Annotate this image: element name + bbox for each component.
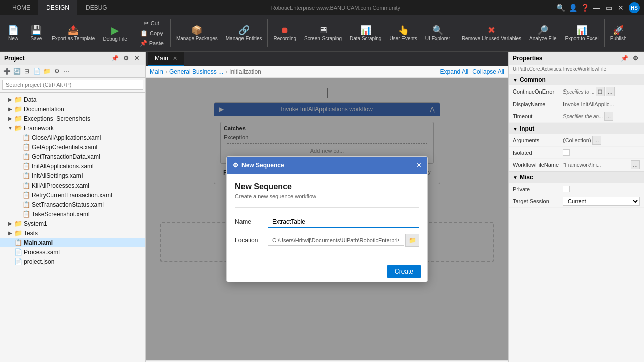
prop-wf-label: WorkflowFileName xyxy=(513,162,563,168)
collapse-all-btn[interactable]: Collapse All xyxy=(472,68,504,75)
prop-arguments-value: (Collection) … xyxy=(563,136,640,145)
tree-refresh-btn[interactable]: 🔄 xyxy=(12,67,21,76)
tree-item-closeall[interactable]: 📋 CloseAllApplications.xaml xyxy=(0,133,145,142)
exc-label: Exceptions_Screenshots xyxy=(24,115,90,122)
prop-isolated-checkbox[interactable] xyxy=(563,149,570,156)
expand-fw-icon[interactable]: ▼ xyxy=(6,125,14,131)
restore-btn[interactable]: ▭ xyxy=(605,4,613,12)
canvas-tab-main[interactable]: Main ✕ xyxy=(148,52,184,66)
properties-settings-btn[interactable]: ⚙ xyxy=(631,54,640,63)
analyze-file-button[interactable]: 🔎 Analyze File xyxy=(526,17,560,49)
tree-item-system1[interactable]: ▶ 📁 System1 xyxy=(0,219,145,228)
manage-entities-button[interactable]: 🔗 Manage Entities xyxy=(222,17,266,49)
expand-tests-icon[interactable]: ▶ xyxy=(6,230,14,236)
screen-scraping-button[interactable]: 🖥 Screen Scraping xyxy=(301,17,345,49)
help-btn[interactable]: ❓ xyxy=(581,4,589,12)
modal-location-input[interactable] xyxy=(268,235,404,246)
cut-button[interactable]: ✂ Cut xyxy=(137,18,166,28)
prop-section-common-header[interactable]: ▼ Common xyxy=(509,74,644,85)
search-btn[interactable]: 🔍 xyxy=(556,4,565,12)
modal-title-text: New Sequence xyxy=(242,162,284,169)
prop-display-text: Invoke InitAllApplic... xyxy=(563,101,614,107)
new-button[interactable]: 📄 New xyxy=(2,17,24,49)
modal-name-input[interactable] xyxy=(268,216,419,228)
tree-item-process[interactable]: 📄 Process.xaml xyxy=(0,247,145,257)
panel-pin-btn[interactable]: 📌 xyxy=(110,54,119,63)
search-input[interactable] xyxy=(2,80,143,90)
publish-button[interactable]: 🚀 Publish xyxy=(607,17,630,49)
save-button[interactable]: 💾 Save xyxy=(25,17,47,49)
expand-doc-icon[interactable]: ▶ xyxy=(6,106,14,112)
modal-browse-btn[interactable]: 📁 xyxy=(405,234,419,247)
prop-private-checkbox[interactable] xyxy=(563,186,570,192)
new-sequence-modal: ⚙ New Sequence × New Sequence Create a n… xyxy=(226,156,428,282)
save-icon: 💾 xyxy=(31,26,42,35)
home-tab[interactable]: HOME xyxy=(4,0,38,15)
debug-button[interactable]: ▶ Debug File xyxy=(99,17,130,49)
expand-all-btn[interactable]: Expand All xyxy=(440,68,469,75)
tree-folder-btn[interactable]: 📁 xyxy=(42,67,51,76)
prop-private-value xyxy=(563,186,640,192)
input-expand-icon: ▼ xyxy=(513,126,518,132)
tree-file-btn[interactable]: 📄 xyxy=(32,67,41,76)
tree-item-data[interactable]: ▶ 📁 Data xyxy=(0,95,145,104)
tree-item-retrytrans[interactable]: 📋 RetryCurrentTransaction.xaml xyxy=(0,190,145,200)
copy-button[interactable]: 📋 Copy xyxy=(137,28,166,38)
export-excel-button[interactable]: 📊 Export to Excel xyxy=(561,17,602,49)
user-events-button[interactable]: 👆 User Events xyxy=(386,17,420,49)
expand-data-icon[interactable]: ▶ xyxy=(6,97,14,102)
prop-continue-checkbox-btn[interactable]: ☐ xyxy=(596,87,605,96)
prop-section-misc-header[interactable]: ▼ Misc xyxy=(509,172,644,183)
breadcrumb-main[interactable]: Main xyxy=(150,68,163,75)
debug-tab[interactable]: DEBUG xyxy=(77,0,115,15)
prop-target-select[interactable]: Current xyxy=(563,197,640,206)
minimize-btn[interactable]: — xyxy=(593,4,601,12)
panel-settings-btn[interactable]: ⚙ xyxy=(121,54,130,63)
tree-item-getappcred[interactable]: 📋 GetAppCredentials.xaml xyxy=(0,142,145,152)
input-section-label: Input xyxy=(520,125,534,132)
tree-more-btn[interactable]: ⋯ xyxy=(62,67,71,76)
tree-item-killall[interactable]: 📋 KillAllProcesses.xaml xyxy=(0,180,145,190)
tree-item-framework[interactable]: ▼ 📂 Framework xyxy=(0,123,145,133)
tree-item-projectjson[interactable]: 📄 project.json xyxy=(0,257,145,266)
analyze-file-icon: 🔎 xyxy=(537,26,548,35)
data-scraping-button[interactable]: 📊 Data Scraping xyxy=(346,17,385,49)
properties-collapse-btn[interactable]: 📌 xyxy=(620,54,629,63)
tree-item-initsettings[interactable]: 📋 InitAllSettings.xaml xyxy=(0,171,145,180)
ui-explorer-button[interactable]: 🔍 UI Explorer xyxy=(422,17,454,49)
tree-item-settrans[interactable]: 📋 SetTransactionStatus.xaml xyxy=(0,200,145,209)
tree-settings-btn[interactable]: ⚙ xyxy=(52,67,61,76)
prop-arguments-more-btn[interactable]: … xyxy=(592,136,601,145)
canvas-tab-close[interactable]: ✕ xyxy=(173,55,177,61)
tree-collapse-btn[interactable]: ⊟ xyxy=(22,67,31,76)
manage-packages-button[interactable]: 📦 Manage Packages xyxy=(173,17,221,49)
prop-section-input-header[interactable]: ▼ Input xyxy=(509,123,644,134)
tree-item-exceptions[interactable]: ▶ 📁 Exceptions_Screenshots xyxy=(0,114,145,123)
panel-close-btn[interactable]: ✕ xyxy=(132,54,141,63)
prop-section-input: ▼ Input Arguments (Collection) … Isolate… xyxy=(509,123,644,172)
tree-item-documentation[interactable]: ▶ 📁 Documentation xyxy=(0,104,145,114)
tests-folder-icon: 📁 xyxy=(14,229,22,237)
expand-system1-icon[interactable]: ▶ xyxy=(6,221,14,226)
modal-create-btn[interactable]: Create xyxy=(387,265,421,278)
expand-exc-icon[interactable]: ▶ xyxy=(6,116,14,121)
tree-add-btn[interactable]: ➕ xyxy=(2,67,11,76)
prop-wf-more-btn[interactable]: … xyxy=(631,160,640,169)
design-tab[interactable]: DESIGN xyxy=(38,0,77,15)
tree-item-gettrans[interactable]: 📋 GetTransactionData.xaml xyxy=(0,152,145,161)
prop-continue-more-btn[interactable]: … xyxy=(606,87,615,96)
paste-button[interactable]: 📌 Paste xyxy=(137,38,166,48)
recording-button[interactable]: ⏺ Recording xyxy=(270,17,300,49)
tree-item-initall[interactable]: 📋 InitAllApplications.xaml xyxy=(0,161,145,171)
export-template-button[interactable]: 📤 Export as Template xyxy=(48,17,98,49)
breadcrumb-general[interactable]: General Business ... xyxy=(169,68,223,75)
canvas-scroll[interactable]: ▶ Invoke InitAllApplications workflow ⋀ … xyxy=(146,78,508,360)
tree-item-main[interactable]: 📋 Main.xaml xyxy=(0,238,145,247)
modal-close-btn[interactable]: × xyxy=(417,161,421,170)
tree-item-tests[interactable]: ▶ 📁 Tests xyxy=(0,228,145,238)
prop-timeout-more-btn[interactable]: … xyxy=(604,112,613,121)
close-btn[interactable]: ✕ xyxy=(617,4,625,12)
account-btn[interactable]: 👤 xyxy=(569,4,577,12)
tree-item-takescreenshot[interactable]: 📋 TakeScreenshot.xaml xyxy=(0,209,145,219)
remove-unused-button[interactable]: ✖ Remove Unused Variables xyxy=(458,17,525,49)
